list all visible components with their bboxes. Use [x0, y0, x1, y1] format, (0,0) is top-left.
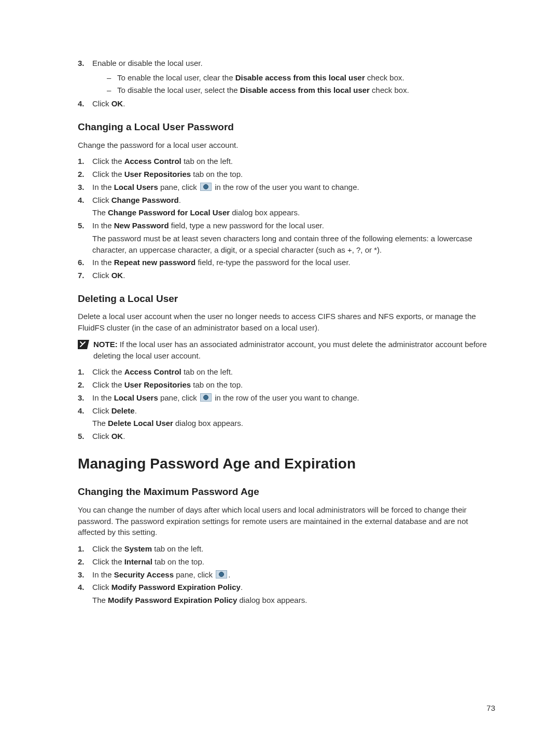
list-item: 1. Click the Access Control tab on the l…	[78, 366, 495, 378]
intro-list: 3. Enable or disable the local user. To …	[78, 58, 495, 109]
intro-para: You can change the number of days after …	[78, 504, 495, 538]
list-item: 3. In the Local Users pane, click in the…	[78, 392, 495, 404]
step-body: Click OK.	[92, 98, 495, 109]
list-item: 4. Click Modify Password Expiration Poli…	[78, 582, 495, 606]
step-sub: The password must be at least seven char…	[92, 233, 495, 256]
changing-pw-list: 1. Click the Access Control tab on the l…	[78, 156, 495, 281]
list-item: 1. Click the Access Control tab on the l…	[78, 156, 495, 167]
list-item: 3. In the Local Users pane, click in the…	[78, 182, 495, 193]
list-item: 4. Click OK.	[78, 98, 495, 109]
step-body: Enable or disable the local user. To ena…	[92, 58, 495, 97]
intro-para: Delete a local user account when the use…	[78, 311, 495, 334]
step-number: 4.	[78, 98, 92, 109]
list-item: 1. Click the System tab on the left.	[78, 543, 495, 555]
gear-icon	[200, 183, 212, 191]
list-item: 2. Click the User Repositories tab on th…	[78, 169, 495, 180]
list-item: 3. In the Security Access pane, click .	[78, 569, 495, 581]
sub-item: To enable the local user, clear the Disa…	[107, 72, 495, 84]
list-item: 6. In the Repeat new password field, re-…	[78, 257, 495, 268]
page-number: 73	[486, 702, 495, 714]
intro-para: Change the password for a local user acc…	[78, 140, 495, 151]
list-item: 5. In the New Password field, type a new…	[78, 220, 495, 255]
page-container: 3. Enable or disable the local user. To …	[0, 0, 560, 744]
list-item: 5. Click OK.	[78, 431, 495, 442]
note-icon	[78, 340, 89, 352]
list-item: 3. Enable or disable the local user. To …	[78, 58, 495, 97]
list-item: 2. Click the User Repositories tab on th…	[78, 379, 495, 391]
sub-list: To enable the local user, clear the Disa…	[107, 72, 495, 96]
note-block: NOTE: If the local user has an associate…	[78, 339, 495, 362]
heading-max-age: Changing the Maximum Password Age	[78, 485, 495, 499]
svg-marker-0	[78, 340, 89, 349]
sub-item: To disable the local user, select the Di…	[107, 85, 495, 96]
step-text: Enable or disable the local user.	[92, 59, 203, 67]
list-item: 7. Click OK.	[78, 270, 495, 281]
heading-deleting-user: Deleting a Local User	[78, 292, 495, 306]
gear-icon	[200, 393, 212, 402]
managing-list: 1. Click the System tab on the left. 2. …	[78, 543, 495, 606]
list-item: 4. Click Change Password. The Change Pas…	[78, 195, 495, 219]
list-item: 4. Click Delete. The Delete Local User d…	[78, 405, 495, 430]
note-text: NOTE: If the local user has an associate…	[93, 339, 495, 362]
heading-managing: Managing Password Age and Expiration	[78, 453, 495, 475]
heading-changing-password: Changing a Local User Password	[78, 120, 495, 134]
gear-icon	[216, 570, 227, 578]
step-sub: The Change Password for Local User dialo…	[92, 207, 495, 218]
deleting-list: 1. Click the Access Control tab on the l…	[78, 366, 495, 442]
step-number: 3.	[78, 58, 92, 97]
list-item: 2. Click the Internal tab on the top.	[78, 556, 495, 568]
